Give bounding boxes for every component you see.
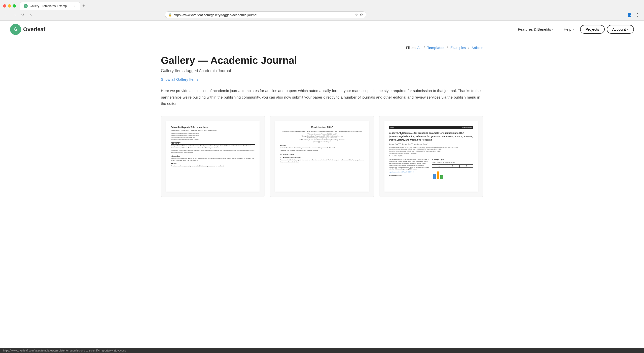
filters-label: Filters: [406,46,416,50]
card-3-title: Legacy LATEX template for preparing an a… [389,131,473,141]
filters-bar: Filters: All / Templates / Examples / Ar… [161,46,483,50]
site-header: 6 Overleaf Features & Benefits ▾ Help ▾ … [0,21,644,38]
card-1-intro-label: Introduction [171,155,255,157]
card-3-two-col: This legacy template can be used to prep… [389,159,473,179]
browser-extension-icon[interactable]: ⚙ [360,13,363,17]
gallery-card-2[interactable]: Contribution Title* First Author¹[0000-1… [270,116,374,197]
card-1-document: Scientific Reports Title to see here Ali… [166,121,260,192]
forward-button[interactable]: → [11,11,18,18]
tab-close-button[interactable]: × [73,4,77,8]
page-description: Here we provide a selection of academic … [161,87,483,107]
card-3-chart [432,169,447,179]
overleaf-logo[interactable]: 6 Overleaf [10,24,45,35]
security-icon: 🔒 [168,13,172,17]
help-label: Help [564,27,571,31]
show-all-link[interactable]: Show all Gallery Items [161,77,198,81]
browser-menu-button[interactable]: ⋮ [634,11,641,18]
card-1-abstract-label: ABSTRACT [171,142,255,145]
reload-button[interactable]: ↺ [19,11,26,18]
card-3-table: A B C [432,164,473,168]
help-menu[interactable]: Help ▾ [560,25,578,33]
card-3-document: Letter Optics Letters Legacy LATEX templ… [384,121,478,192]
account-button[interactable]: Account ▾ [607,25,634,34]
bookmark-icon[interactable]: ☆ [355,13,358,17]
gallery-card-3[interactable]: Letter Optics Letters Legacy LATEX templ… [379,116,483,197]
logo-icon: 6 [10,24,21,35]
card-2-affil: ¹ Princeton University, Princeton NJ 085… [280,133,364,143]
card-2-keywords: Keywords: First keyword · Second keyword… [280,150,364,152]
nav-buttons: ← → ↺ ⌂ [3,11,34,18]
account-caret-icon: ▾ [627,28,628,31]
tab-bar: G Gallery - Templates, Examples × + [20,2,641,10]
main-content: Filters: All / Templates / Examples / Ar… [146,38,498,204]
card-2-document: Contribution Title* First Author¹[0000-1… [275,121,369,192]
card-1-doc-affil: ¹Affiliation, department, city, postcode… [171,133,255,140]
browser-chrome: G Gallery - Templates, Examples × + ← → … [0,0,644,21]
table-header-c: C [459,164,473,168]
browser-actions: 👤 ⋮ [626,11,641,18]
card-3-figure-label: A. Sample Figure [432,159,473,161]
filter-sep-1: / [424,46,425,50]
card-1-preview: Scientific Reports Title to see here Ali… [161,116,265,197]
table-header-a: A [432,164,446,168]
header-nav: Features & Benefits ▾ Help ▾ Projects Ac… [514,25,634,34]
traffic-lights [3,4,16,8]
close-window-button[interactable] [3,4,6,8]
card-2-authors: First Author¹[0000-1111-2222-3333], Seco… [280,130,364,132]
card-1-doc-authors: Alice Author¹·², Bob Author², Christine … [171,129,255,131]
back-button[interactable]: ← [3,11,10,18]
account-label: Account [612,27,626,31]
features-menu[interactable]: Features & Benefits ▾ [514,25,558,33]
tab-favicon: G [24,4,28,8]
card-3-affil: ¹Publications Department, The Optical So… [389,147,473,154]
active-tab[interactable]: G Gallery - Templates, Examples × [20,2,80,10]
card-2-subsection: 1.1 A Subsection Sample [280,156,364,159]
address-bar: ← → ↺ ⌂ 🔒 https://www.overleaf.com/galle… [0,10,644,20]
card-1-results-label: Results [171,162,255,165]
page-title: Gallery — Academic Journal [161,55,483,66]
filter-all-link[interactable]: All [417,46,421,50]
card-3-preview: Letter Optics Letters Legacy LATEX templ… [379,116,483,197]
card-3-authors: Author One1,2,3, Author Two2,3, and Auth… [389,143,473,145]
gallery-grid: Scientific Reports Title to see here Ali… [161,116,483,197]
card-3-col-right: A. Sample Figure Figure 1 shows an examp… [432,159,473,179]
card-3-section-num: 1. INTRODUCTION [389,174,430,176]
projects-button[interactable]: Projects [580,25,605,34]
table-header-b: B [446,164,459,168]
filter-articles-link[interactable]: Articles [472,46,483,50]
card-3-header: Letter Optics Letters [389,126,473,129]
card-2-abstract-label: Abstract. [280,144,364,146]
card-3-col-left: This legacy template can be used to prep… [389,159,430,179]
tab-title: Gallery - Templates, Examples [30,4,70,8]
home-button[interactable]: ⌂ [27,11,34,18]
features-label: Features & Benefits [518,27,551,31]
minimize-window-button[interactable] [8,4,11,8]
card-3-figure-caption: Figure 1 shows an example figure. [432,161,473,163]
card-3-link: http://dx.doi.org/10.1364/ao.XX.XXXXXX [389,171,430,173]
card-3-body: This legacy template can be used to prep… [389,159,430,170]
card-2-section: 1 First Section [280,153,364,156]
card-3-header-right: Optics Letters [462,126,472,128]
filter-sep-2: / [447,46,448,50]
url-bar[interactable]: 🔒 https://www.overleaf.com/gallery/tagge… [165,11,366,18]
maximize-window-button[interactable] [13,4,16,8]
user-profile-button[interactable]: 👤 [626,11,633,18]
card-1-doc-title: Scientific Reports Title to see here [171,126,255,129]
filter-examples-link[interactable]: Examples [450,46,466,50]
filter-templates-link[interactable]: Templates [427,46,444,50]
card-2-preview: Contribution Title* First Author¹[0000-1… [270,116,374,197]
card-3-compiled: Compiled July 18, 2018 [389,155,473,157]
card-2-abstract-body: Abstract. The abstract should briefly su… [280,147,364,149]
gallery-card-1[interactable]: Scientific Reports Title to see here Ali… [161,116,265,197]
card-3-header-left: Letter [390,126,394,128]
card-2-title: Contribution Title* [280,126,364,129]
url-text: https://www.overleaf.com/gallery/tagged/… [173,13,353,17]
logo-text: Overleaf [23,26,45,33]
card-1-intro-body: The Introduction section, of referenced … [171,158,255,161]
card-2-body: Please note that the first paragraph of … [280,159,364,163]
browser-controls: G Gallery - Templates, Examples × + [0,0,644,10]
page-subtitle: Gallery Items tagged Academic Journal [161,69,483,73]
filter-sep-3: / [468,46,469,50]
help-caret-icon: ▾ [573,28,574,31]
new-tab-button[interactable]: + [80,2,87,10]
